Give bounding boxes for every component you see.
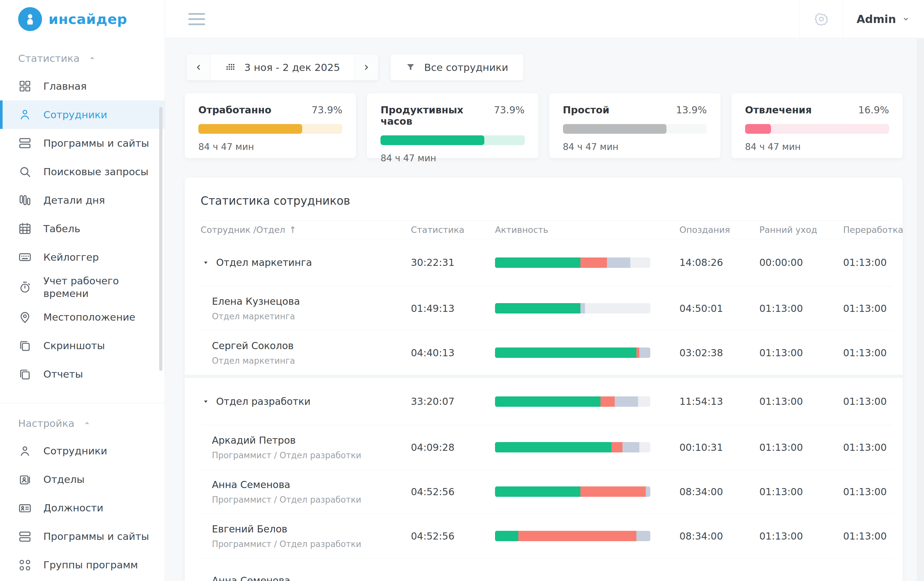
column-overtime[interactable]: Переработка: [843, 225, 903, 235]
apps-icon: [18, 530, 32, 543]
column-employee-department[interactable]: Сотрудник /Отдел ↑: [201, 225, 411, 235]
column-early-leave[interactable]: Ранний уход: [759, 225, 843, 235]
card-subtitle: 84 ч 47 мин: [198, 142, 342, 152]
employee-filter-button[interactable]: Все сотрудники: [391, 55, 523, 80]
column-lateness[interactable]: Опоздания: [680, 225, 759, 235]
card-title: Отвлечения: [745, 104, 812, 116]
sidebar-item-badge[interactable]: Отделы: [0, 465, 165, 494]
column-activity[interactable]: Активность: [495, 225, 680, 235]
late-value: 04:50:01: [680, 303, 759, 314]
employee-position: Программист / Отдел разработки: [212, 495, 361, 505]
sidebar-divider: [0, 403, 165, 403]
employee-name: Аркадий Петров: [212, 435, 361, 446]
table-row-group[interactable]: Отдел маркетинга30:22:3114:08:2600:00:00…: [201, 239, 893, 286]
sidebar-item-label: Детали дня: [43, 194, 105, 207]
next-period-button[interactable]: [354, 55, 378, 80]
table-row-group[interactable]: Отдел разработки33:20:0711:54:1301:13:00…: [201, 378, 893, 425]
sidebar-item-screens[interactable]: Скриншоты: [0, 332, 165, 360]
late-value: 03:02:38: [680, 347, 759, 359]
columns-icon: [18, 193, 32, 207]
table-row-employee[interactable]: Евгений БеловПрограммист / Отдел разрабо…: [201, 514, 893, 558]
table-row-employee[interactable]: Анна Семенова: [201, 558, 893, 581]
sidebar-nav: СтатистикаГлавнаяСотрудникиПрограммы и с…: [0, 53, 165, 579]
sidebar-item-apps[interactable]: Программы и сайты: [0, 522, 165, 551]
user-icon: [18, 444, 32, 458]
chevron-down-icon: [901, 14, 911, 24]
sidebar-item-columns[interactable]: Детали дня: [0, 186, 165, 214]
table-body: Отдел маркетинга30:22:3114:08:2600:00:00…: [201, 239, 893, 581]
sidebar-item-location[interactable]: Местоположение: [0, 303, 165, 332]
overtime-value: 01:13:00: [843, 303, 893, 314]
activity-bar: [495, 442, 650, 452]
early-leave-value: 00:00:00: [759, 257, 843, 268]
table-row-employee[interactable]: Елена КузнецоваОтдел маркетинга01:49:130…: [201, 286, 893, 330]
keyboard-icon: [18, 250, 32, 264]
date-range-button[interactable]: 3 ноя - 2 дек 2025: [211, 55, 354, 80]
prev-period-button[interactable]: [186, 55, 211, 80]
date-range-label: 3 ноя - 2 дек 2025: [244, 61, 340, 73]
chevron-right-icon: [361, 63, 371, 72]
logo[interactable]: инсайдер: [0, 0, 165, 38]
triangle-down-icon[interactable]: [203, 399, 208, 404]
settings-button[interactable]: [799, 0, 843, 38]
user-icon: [18, 108, 32, 121]
early-leave-value: 01:13:00: [759, 486, 843, 497]
table-row-employee[interactable]: Анна СеменоваПрограммист / Отдел разрабо…: [201, 469, 893, 514]
sidebar-item-calendar[interactable]: Табель: [0, 214, 165, 243]
sidebar-item-apps[interactable]: Программы и сайты: [0, 129, 165, 157]
column-statistics[interactable]: Статистика: [411, 225, 495, 235]
stat-value: 33:20:07: [411, 396, 495, 407]
card-title: Продуктивных часов: [381, 104, 494, 127]
screens-icon: [18, 339, 32, 353]
section-title: Статистика: [18, 53, 79, 64]
sidebar-item-user[interactable]: Сотрудники: [0, 437, 165, 465]
sidebar-item-label: Поисковые запросы: [43, 166, 148, 178]
stat-value: 04:52:56: [411, 486, 495, 497]
card-progress-bar: [563, 124, 707, 134]
location-icon: [18, 311, 32, 324]
triangle-down-icon[interactable]: [203, 260, 208, 265]
page-scrollbar[interactable]: [917, 38, 924, 581]
stat-card: Простой13.9%84 ч 47 мин: [549, 93, 721, 158]
sidebar-section-label[interactable]: Настройка: [18, 417, 165, 429]
calendar-dots-icon: [225, 61, 236, 73]
early-leave-value: 01:13:00: [759, 303, 843, 314]
hamburger-menu-icon[interactable]: [186, 11, 207, 27]
employee-position: Программист / Отдел разработки: [212, 450, 361, 460]
card-subtitle: 84 ч 47 мин: [745, 142, 889, 152]
sidebar-item-timer[interactable]: Учет рабочего времени: [0, 271, 165, 303]
sidebar-item-idcard[interactable]: Должности: [0, 494, 165, 522]
stat-value: 04:40:13: [411, 347, 495, 359]
activity-bar: [495, 396, 650, 407]
overtime-value: 01:13:00: [843, 347, 893, 359]
card-progress-bar: [198, 124, 342, 134]
sidebar-item-search[interactable]: Поисковые запросы: [0, 157, 165, 186]
activity-bar: [495, 531, 650, 541]
table-header: Сотрудник /Отдел ↑ Статистика Активность…: [201, 220, 893, 239]
user-menu[interactable]: Admin: [843, 0, 924, 38]
overtime-value: 01:13:00: [843, 257, 893, 268]
overtime-value: 01:13:00: [843, 442, 893, 453]
late-value: 14:08:26: [680, 257, 759, 268]
sidebar-scrollbar[interactable]: [159, 107, 162, 371]
group-icon: [18, 558, 32, 572]
sidebar-item-group[interactable]: Группы программ: [0, 551, 165, 579]
badge-icon: [18, 473, 32, 487]
sidebar-item-reports[interactable]: Отчеты: [0, 360, 165, 389]
table-row-employee[interactable]: Сергей СоколовОтдел маркетинга04:40:1303…: [201, 330, 893, 375]
sidebar-item-dashboard[interactable]: Главная: [0, 72, 165, 100]
employee-stats-panel: Статистика сотрудников Сотрудник /Отдел …: [185, 177, 903, 581]
stat-value: 04:09:28: [411, 442, 495, 453]
card-percent: 73.9%: [312, 104, 342, 116]
card-percent: 73.9%: [494, 104, 525, 116]
top-header: Admin: [165, 0, 924, 38]
sort-asc-icon: ↑: [289, 225, 297, 235]
search-icon: [18, 165, 32, 179]
table-row-employee[interactable]: Аркадий ПетровПрограммист / Отдел разраб…: [201, 425, 893, 469]
sidebar-section-label[interactable]: Статистика: [18, 53, 165, 64]
sidebar-item-label: Табель: [43, 222, 80, 235]
funnel-icon: [405, 62, 416, 73]
sidebar-item-user[interactable]: Сотрудники: [0, 100, 165, 129]
chevron-up-icon: [88, 54, 96, 63]
sidebar-item-keyboard[interactable]: Кейлоггер: [0, 243, 165, 271]
